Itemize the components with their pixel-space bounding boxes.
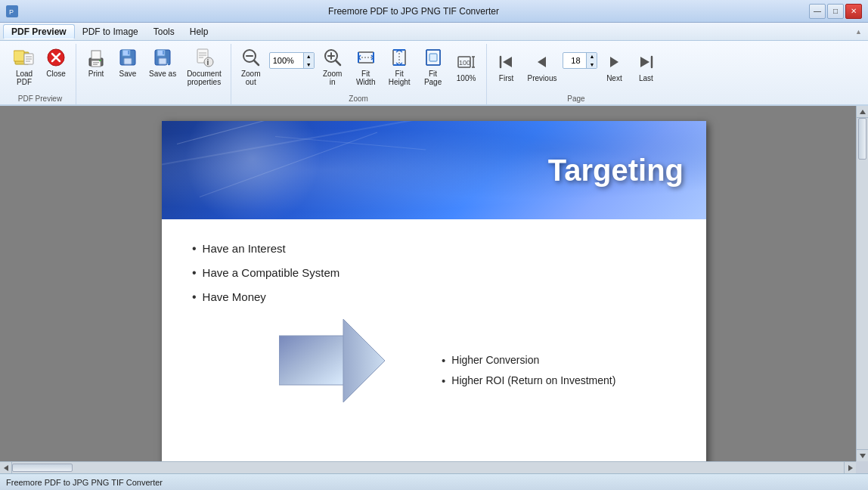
next-label: Next bbox=[606, 74, 622, 82]
first-button[interactable]: First bbox=[491, 48, 522, 85]
group-label-zoom: Zoom bbox=[231, 95, 486, 103]
fit-height-label: FitHeight bbox=[389, 70, 411, 86]
fit-page-button[interactable]: FitPage bbox=[418, 44, 448, 89]
menu-help[interactable]: Help bbox=[182, 25, 216, 39]
first-label: First bbox=[499, 74, 513, 82]
load-pdf-button[interactable]: LoadPDF bbox=[9, 44, 39, 89]
page-input-wrap: ▲ ▼ bbox=[563, 52, 597, 69]
previous-label: Previous bbox=[528, 74, 557, 82]
pdf-left-column: Have an Interest Have a Compatible Syste… bbox=[192, 242, 426, 402]
app-icon: P bbox=[6, 5, 18, 17]
toolbar-group-document: Print Save bbox=[76, 44, 231, 104]
scroll-up-arrow[interactable] bbox=[857, 106, 868, 118]
last-label: Last bbox=[639, 74, 653, 82]
horizontal-scrollbar[interactable] bbox=[0, 461, 856, 473]
fit-height-icon bbox=[389, 47, 410, 68]
previous-button[interactable]: Previous bbox=[523, 48, 562, 85]
svg-text:+: + bbox=[166, 62, 169, 67]
toolbar: LoadPDF Close PDF Preview bbox=[0, 41, 868, 106]
svg-text:100: 100 bbox=[459, 59, 470, 67]
maximize-button[interactable]: □ bbox=[827, 4, 844, 19]
close-icon bbox=[45, 47, 67, 68]
pdf-arrow bbox=[237, 319, 426, 402]
scroll-thumb-vertical[interactable] bbox=[858, 118, 866, 160]
save-button[interactable]: Save bbox=[113, 44, 143, 81]
toolbar-group-zoom: Zoomout ▲ ▼ bbox=[231, 44, 487, 104]
zoom-100-button[interactable]: 100 100% bbox=[451, 48, 482, 85]
close-window-button[interactable]: ✕ bbox=[845, 4, 862, 19]
zoom-input[interactable] bbox=[270, 56, 303, 65]
page-spin-down[interactable]: ▼ bbox=[587, 60, 597, 69]
svg-rect-12 bbox=[91, 51, 101, 59]
scroll-right-arrow[interactable] bbox=[844, 462, 856, 473]
zoom-spin-up[interactable]: ▲ bbox=[304, 52, 314, 60]
print-button[interactable]: Print bbox=[81, 44, 111, 81]
zoom-out-icon bbox=[240, 47, 262, 68]
zoom-in-icon bbox=[322, 47, 343, 68]
pdf-page: Targeting Have an Interest Have a Compat… bbox=[162, 121, 706, 469]
svg-rect-14 bbox=[93, 62, 99, 64]
next-button[interactable]: Next bbox=[599, 48, 629, 85]
scrollbar-corner bbox=[856, 461, 868, 473]
svg-text:P: P bbox=[9, 8, 14, 16]
svg-rect-3 bbox=[14, 51, 24, 61]
toolbar-group-pdf-preview: LoadPDF Close PDF Preview bbox=[5, 44, 76, 104]
toolbar-group-page: First Previous ▲ ▼ bbox=[487, 44, 666, 104]
menu-bar: PDF Preview PDF to Image Tools Help ▲ bbox=[0, 23, 868, 41]
group-label-page: Page bbox=[487, 95, 666, 103]
zoom-out-label: Zoomout bbox=[241, 70, 261, 86]
zoom-spin-down[interactable]: ▼ bbox=[304, 60, 314, 69]
last-icon bbox=[635, 51, 656, 73]
page-spinner: ▲ ▼ bbox=[586, 52, 597, 69]
load-pdf-icon bbox=[14, 47, 35, 68]
svg-rect-20 bbox=[128, 51, 129, 54]
group-label-pdf-preview: PDF Preview bbox=[5, 95, 76, 103]
fit-width-button[interactable]: FitWidth bbox=[351, 44, 381, 89]
next-icon bbox=[603, 51, 625, 73]
svg-rect-16 bbox=[99, 60, 101, 61]
save-as-icon: + bbox=[152, 47, 173, 68]
window-title: Freemore PDF to JPG PNG TIF Converter bbox=[18, 6, 809, 17]
page-spin-up[interactable]: ▲ bbox=[587, 52, 597, 60]
scroll-left-arrow[interactable] bbox=[0, 462, 12, 473]
svg-marker-63 bbox=[860, 454, 866, 458]
menu-pdf-preview[interactable]: PDF Preview bbox=[3, 24, 75, 39]
fit-page-icon bbox=[423, 47, 444, 68]
pdf-bullets-right: Higher Conversion Higher ROI (Return on … bbox=[442, 354, 676, 395]
pdf-right-column: Higher Conversion Higher ROI (Return on … bbox=[442, 242, 676, 402]
pdf-bullet-item-3: Have Money bbox=[192, 290, 426, 304]
scroll-down-arrow[interactable] bbox=[857, 449, 868, 461]
last-button[interactable]: Last bbox=[631, 48, 661, 85]
document-properties-icon: i bbox=[194, 47, 215, 68]
svg-rect-24 bbox=[163, 51, 164, 54]
svg-marker-61 bbox=[343, 319, 385, 402]
zoom-spinner: ▲ ▼ bbox=[303, 52, 314, 69]
zoom-input-wrap: ▲ ▼ bbox=[269, 52, 315, 69]
svg-marker-64 bbox=[4, 465, 8, 471]
svg-rect-19 bbox=[124, 58, 132, 64]
page-number-input[interactable] bbox=[563, 56, 586, 65]
zoom-out-button[interactable]: Zoomout bbox=[236, 44, 266, 89]
pdf-bullets-left: Have an Interest Have a Compatible Syste… bbox=[192, 242, 426, 304]
pdf-bullet-item-2: Have a Compatible System bbox=[192, 266, 426, 280]
menu-tools[interactable]: Tools bbox=[146, 25, 182, 39]
zoom-in-label: Zoomin bbox=[323, 70, 343, 86]
zoom-in-button[interactable]: Zoomin bbox=[318, 44, 348, 89]
vertical-scrollbar[interactable] bbox=[856, 106, 868, 461]
fit-height-button[interactable]: FitHeight bbox=[384, 44, 415, 89]
menu-pdf-to-image[interactable]: PDF to Image bbox=[75, 25, 146, 39]
svg-line-38 bbox=[336, 60, 340, 65]
collapse-arrow[interactable]: ▲ bbox=[855, 28, 865, 36]
pdf-header: Targeting bbox=[162, 121, 706, 219]
save-as-button[interactable]: + Save as bbox=[144, 44, 181, 81]
document-properties-button[interactable]: i Documentproperties bbox=[182, 44, 226, 89]
close-button[interactable]: Close bbox=[41, 44, 71, 81]
scroll-thumb-horizontal[interactable] bbox=[12, 464, 73, 472]
minimize-button[interactable]: — bbox=[809, 4, 826, 19]
pdf-right-bullet-2: Higher ROI (Return on Investment) bbox=[442, 374, 676, 387]
save-label: Save bbox=[119, 70, 137, 78]
pdf-bullet-item-1: Have an Interest bbox=[192, 242, 426, 256]
window-controls: — □ ✕ bbox=[809, 4, 862, 19]
svg-rect-13 bbox=[91, 60, 101, 67]
content-area[interactable]: Targeting Have an Interest Have a Compat… bbox=[0, 106, 868, 473]
